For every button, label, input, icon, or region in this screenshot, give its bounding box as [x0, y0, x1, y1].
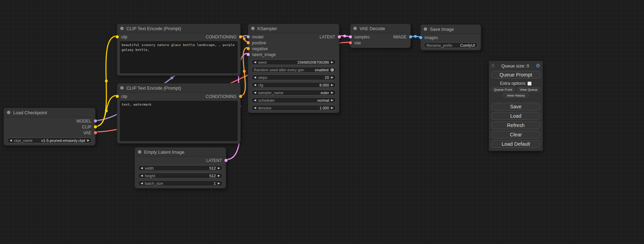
view-queue-button[interactable]: View Queue	[517, 87, 541, 92]
widget-random-seed-toggle[interactable]: Random seed after every gen enabled	[251, 67, 336, 73]
input-slot-negative[interactable]: negative	[247, 46, 268, 51]
decrement-arrow-icon[interactable]: ◀	[254, 91, 256, 94]
settings-gear-icon[interactable]: ⚙	[536, 63, 540, 69]
increment-arrow-icon[interactable]: ▶	[331, 99, 333, 102]
refresh-button[interactable]: Refresh	[491, 121, 540, 129]
model-input-dot[interactable]	[247, 35, 250, 38]
latent-image-input-dot[interactable]	[247, 53, 250, 56]
node-load-checkpoint[interactable]: Load Checkpoint MODEL CLIP VAE	[3, 108, 96, 146]
output-slot-image[interactable]: IMAGE	[393, 35, 412, 39]
decrement-arrow-icon[interactable]: ◀	[141, 167, 143, 170]
widget-cfg[interactable]: ◀ cfg 8.000 ▶	[251, 82, 336, 88]
image-output-dot[interactable]	[409, 35, 412, 38]
node-title-bar[interactable]: CLIP Text Encode (Prompt)	[117, 83, 240, 93]
decrement-arrow-icon[interactable]: ◀	[254, 107, 256, 109]
collapse-dot-icon[interactable]	[353, 27, 357, 30]
input-slot-model[interactable]: model	[247, 35, 264, 39]
toggle-indicator-icon[interactable]	[330, 68, 334, 72]
input-slot-clip[interactable]: clip	[116, 94, 127, 99]
clear-button[interactable]: Clear	[491, 131, 540, 138]
extra-options-checkbox[interactable]	[528, 82, 531, 85]
node-title-bar[interactable]: CLIP Text Encode (Prompt)	[117, 24, 240, 33]
decrement-arrow-icon[interactable]: ◀	[10, 139, 12, 142]
widget-width[interactable]: ◀ width 512 ▶	[138, 165, 223, 171]
node-title-bar[interactable]: Save Image	[421, 25, 481, 34]
widget-denoise[interactable]: ◀ denoise 1.000 ▶	[251, 105, 336, 111]
decrement-arrow-icon[interactable]: ◀	[254, 76, 256, 79]
output-slot-conditioning[interactable]: CONDITIONING	[206, 94, 242, 99]
widget-seed[interactable]: ◀ seed 156680208700286 ▶	[251, 59, 336, 65]
widget-filename-prefix[interactable]: filename_prefix ComfyUI	[424, 42, 478, 48]
node-empty-latent-image[interactable]: Empty Latent Image LATENT ◀ width 512 ▶ …	[134, 147, 226, 189]
images-input-dot[interactable]	[419, 36, 422, 39]
node-vae-decode[interactable]: VAE Decode samples IMAGE vae	[350, 24, 411, 48]
input-slot-positive[interactable]: positive	[247, 40, 266, 45]
negative-prompt-textarea[interactable]: text, watermark	[120, 101, 238, 141]
queue-front-button[interactable]: Queue Front	[491, 87, 515, 92]
collapse-dot-icon[interactable]	[138, 150, 141, 154]
increment-arrow-icon[interactable]: ▶	[218, 174, 220, 177]
widget-scheduler[interactable]: ◀ scheduler normal ▶	[251, 97, 336, 103]
increment-arrow-icon[interactable]: ▶	[331, 107, 333, 109]
clip-input-dot[interactable]	[116, 35, 119, 38]
node-graph-canvas[interactable]: Load Checkpoint MODEL CLIP VAE	[0, 0, 644, 244]
node-clip-text-encode-positive[interactable]: CLIP Text Encode (Prompt) clip CONDITION…	[117, 24, 241, 76]
collapse-dot-icon[interactable]	[120, 27, 124, 30]
increment-arrow-icon[interactable]: ▶	[87, 139, 89, 142]
input-slot-latent-image[interactable]: latent_image	[247, 52, 276, 57]
decrement-arrow-icon[interactable]: ◀	[254, 84, 256, 87]
view-history-button[interactable]: View History	[503, 93, 529, 98]
output-slot-clip[interactable]: CLIP	[82, 125, 97, 129]
node-title-bar[interactable]: VAE Decode	[350, 24, 411, 33]
save-button[interactable]: Save	[491, 103, 540, 110]
widget-batch-size[interactable]: ◀ batch_size 1 ▶	[138, 180, 223, 186]
conditioning-output-dot[interactable]	[239, 95, 242, 98]
node-title-bar[interactable]: Empty Latent Image	[135, 147, 226, 157]
node-clip-text-encode-negative[interactable]: CLIP Text Encode (Prompt) clip CONDITION…	[117, 83, 241, 144]
clip-input-dot[interactable]	[116, 95, 119, 98]
input-slot-clip[interactable]: clip	[116, 35, 127, 39]
output-slot-conditioning[interactable]: CONDITIONING	[206, 35, 242, 39]
increment-arrow-icon[interactable]: ▶	[218, 182, 220, 185]
node-save-image[interactable]: Save Image images filename_prefix ComfyU…	[420, 24, 481, 51]
node-title-bar[interactable]: KSampler	[248, 24, 339, 33]
drag-handle-icon[interactable]: ⠿	[491, 63, 495, 69]
output-slot-model[interactable]: MODEL	[77, 119, 97, 124]
conditioning-output-dot[interactable]	[239, 35, 242, 38]
input-slot-samples[interactable]: samples	[349, 35, 370, 39]
decrement-arrow-icon[interactable]: ◀	[141, 182, 143, 185]
positive-input-dot[interactable]	[247, 41, 250, 44]
increment-arrow-icon[interactable]: ▶	[331, 61, 333, 64]
widget-ckpt-name[interactable]: ◀ ckpt_name v1-5-pruned-emaonly.ckpt ▶	[7, 137, 92, 143]
node-ksampler[interactable]: KSampler model LATENT positive	[248, 24, 339, 113]
collapse-dot-icon[interactable]	[424, 27, 427, 31]
widget-sampler-name[interactable]: ◀ sampler_name euler ▶	[251, 90, 336, 96]
input-slot-images[interactable]: images	[419, 35, 438, 40]
load-default-button[interactable]: Load Default	[491, 140, 540, 148]
collapse-dot-icon[interactable]	[120, 86, 124, 90]
load-button[interactable]: Load	[491, 112, 540, 120]
clip-output-dot[interactable]	[94, 125, 97, 128]
latent-output-dot[interactable]	[224, 159, 228, 162]
queue-prompt-button[interactable]: Queue Prompt	[491, 71, 540, 79]
output-slot-latent[interactable]: LATENT	[206, 158, 227, 163]
decrement-arrow-icon[interactable]: ◀	[254, 99, 256, 102]
increment-arrow-icon[interactable]: ▶	[218, 167, 220, 170]
collapse-dot-icon[interactable]	[7, 111, 10, 114]
input-slot-vae[interactable]: vae	[349, 40, 361, 45]
increment-arrow-icon[interactable]: ▶	[331, 76, 333, 79]
negative-input-dot[interactable]	[247, 47, 250, 50]
positive-prompt-textarea[interactable]: beautiful scenery nature glass bottle la…	[120, 41, 238, 73]
output-slot-latent[interactable]: LATENT	[319, 35, 341, 39]
decrement-arrow-icon[interactable]: ◀	[254, 61, 256, 64]
model-output-dot[interactable]	[94, 119, 97, 123]
vae-output-dot[interactable]	[94, 131, 97, 134]
increment-arrow-icon[interactable]: ▶	[331, 91, 333, 94]
vae-input-dot[interactable]	[349, 41, 352, 44]
samples-input-dot[interactable]	[349, 35, 352, 38]
latent-output-dot[interactable]	[338, 35, 341, 38]
output-slot-vae[interactable]: VAE	[83, 130, 97, 135]
widget-height[interactable]: ◀ height 512 ▶	[138, 173, 223, 179]
decrement-arrow-icon[interactable]: ◀	[141, 174, 143, 177]
node-title-bar[interactable]: Load Checkpoint	[4, 108, 95, 117]
